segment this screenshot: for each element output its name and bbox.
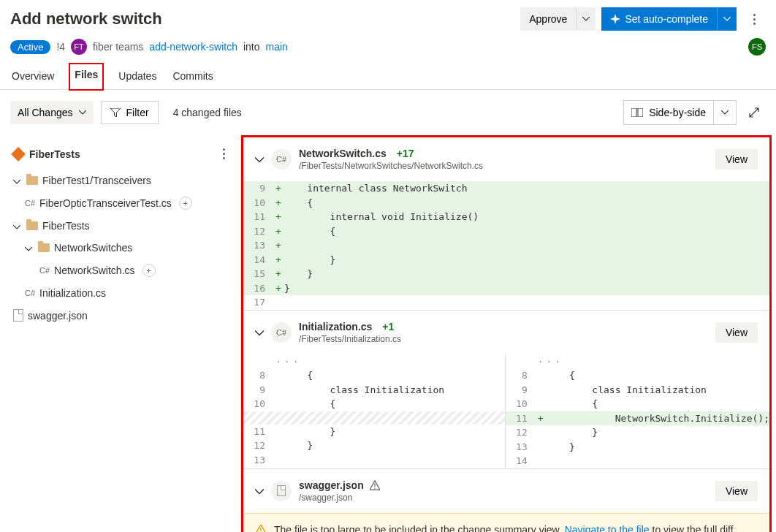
- chevron-down-icon: [723, 17, 731, 21]
- all-changes-dropdown[interactable]: All Changes: [10, 101, 94, 124]
- tree-folder-fibertests[interactable]: FiberTests: [10, 215, 238, 237]
- code-line: 11+ NetworkSwitch.Initialize();: [506, 411, 769, 426]
- fullscreen-button[interactable]: [742, 101, 766, 124]
- file-diff-block: C# NetworkSwitch.cs+17 /FiberTests/Netwo…: [243, 137, 769, 311]
- view-file-button[interactable]: View: [715, 322, 758, 343]
- code-line: 15+ }: [243, 267, 769, 281]
- project-name: FiberTests: [29, 148, 80, 160]
- source-branch-link[interactable]: add-network-switch: [149, 41, 237, 53]
- tab-overview[interactable]: Overview: [10, 63, 56, 89]
- code-line: 10 {: [506, 397, 769, 411]
- view-file-button[interactable]: View: [715, 481, 758, 501]
- collapse-file-toggle[interactable]: [255, 153, 264, 165]
- user-avatar[interactable]: FS: [748, 38, 766, 56]
- code-line: 12 }: [243, 438, 505, 453]
- folder-icon: [26, 221, 38, 230]
- code-line: 11+ internal void Initialize(): [243, 210, 769, 224]
- file-diff-block: swagger.json /swagger.json View The file…: [243, 469, 769, 533]
- auto-complete-button[interactable]: Set auto-complete: [601, 7, 718, 31]
- more-icon: [753, 14, 756, 25]
- code-line: 9+ internal class NetworkSwitch: [243, 181, 769, 196]
- view-mode-button[interactable]: Side-by-side: [624, 101, 713, 124]
- tab-commits[interactable]: Commits: [171, 63, 214, 89]
- navigate-to-file-link[interactable]: Navigate to the file: [565, 524, 650, 533]
- expand-icon: [748, 107, 760, 118]
- language-badge: C#: [271, 322, 292, 343]
- file-name[interactable]: Initialization.cs: [299, 321, 372, 332]
- code-line: 10+ {: [243, 196, 769, 210]
- chevron-down-icon: [582, 17, 590, 21]
- code-line: 8 {: [506, 368, 769, 383]
- collapse-file-toggle[interactable]: [255, 327, 264, 338]
- cs-file-icon: C#: [25, 199, 35, 208]
- collapsed-lines: ···: [506, 354, 769, 369]
- code-line: 17: [243, 295, 769, 310]
- approve-button[interactable]: Approve: [520, 7, 577, 31]
- file-path: /FiberTests/Initialization.cs: [299, 334, 708, 344]
- project-icon: [11, 147, 26, 162]
- approve-dropdown[interactable]: [577, 7, 596, 31]
- language-badge: C#: [271, 149, 292, 170]
- team-avatar: FT: [71, 39, 87, 55]
- tree-label: NetworkSwitch.cs: [54, 265, 134, 276]
- file-path: /swagger.json: [299, 493, 708, 503]
- code-line: 13: [243, 453, 505, 468]
- tree-folder-networkswitches[interactable]: NetworkSwitches: [10, 237, 238, 259]
- tab-updates[interactable]: Updates: [117, 63, 158, 89]
- code-line: 12+ {: [243, 224, 769, 239]
- tree-file-networkswitch[interactable]: C# NetworkSwitch.cs +: [10, 259, 238, 282]
- code-line: 13+: [243, 238, 769, 253]
- view-mode-label: Side-by-side: [649, 107, 706, 118]
- code-line: 12 }: [506, 425, 769, 440]
- file-name[interactable]: NetworkSwitch.cs: [299, 148, 387, 159]
- chevron-down-icon: [255, 330, 264, 336]
- code-line: 9 class Initialization: [243, 383, 505, 398]
- changed-files-count: 4 changed files: [173, 107, 242, 118]
- warning-text: The file is too large to be included in …: [274, 524, 562, 533]
- all-changes-label: All Changes: [18, 107, 73, 118]
- team-name: fiber teams: [93, 41, 143, 53]
- svg-rect-1: [638, 108, 643, 117]
- file-name[interactable]: swagger.json: [299, 479, 364, 491]
- tree-file-initialization[interactable]: C# Initialization.cs: [10, 282, 238, 304]
- tree-file-fot[interactable]: C# FiberOpticTransceiverTest.cs +: [10, 191, 238, 215]
- side-by-side-icon: [631, 108, 643, 117]
- code-line: 14+ }: [243, 253, 769, 267]
- chevron-down-icon: [255, 489, 264, 495]
- tree-label: FiberOpticTransceiverTest.cs: [39, 197, 172, 209]
- page-title: Add network switch: [10, 10, 162, 28]
- file-diff-block: C# Initialization.cs+1 /FiberTests/Initi…: [243, 311, 769, 469]
- target-branch-link[interactable]: main: [266, 41, 288, 53]
- added-badge-icon: +: [179, 197, 192, 210]
- folder-icon: [26, 176, 38, 185]
- into-text: into: [243, 41, 260, 53]
- chevron-down-icon: [13, 225, 20, 229]
- chevron-down-icon: [13, 180, 20, 184]
- code-line: 13 }: [506, 440, 769, 455]
- auto-complete-dropdown[interactable]: [718, 7, 737, 31]
- tab-files[interactable]: Files: [69, 63, 104, 91]
- chevron-down-icon: [255, 157, 264, 163]
- more-actions-button[interactable]: [742, 7, 766, 31]
- view-file-button[interactable]: View: [715, 149, 758, 170]
- view-mode-dropdown[interactable]: [713, 101, 736, 124]
- status-badge: Active: [10, 40, 50, 54]
- tree-folder-fibertest1[interactable]: FiberTest1/Transceivers: [10, 170, 238, 191]
- chevron-down-icon: [721, 110, 729, 115]
- warning-icon: [255, 525, 267, 533]
- code-line: 16+}: [243, 281, 769, 296]
- added-badge-icon: +: [142, 264, 156, 277]
- chevron-down-icon: [79, 110, 86, 115]
- code-line: 11 }: [243, 425, 505, 439]
- svg-rect-0: [631, 108, 636, 117]
- filter-icon: [110, 108, 121, 117]
- tree-file-swagger[interactable]: swagger.json: [10, 304, 238, 327]
- file-path: /FiberTests/NetworkSwitches/NetworkSwitc…: [299, 161, 708, 171]
- code-line: 10 {: [243, 397, 505, 411]
- sidebar-more-button[interactable]: [212, 147, 235, 161]
- diff-count: +1: [382, 321, 394, 332]
- collapse-file-toggle[interactable]: [255, 485, 264, 497]
- filter-button[interactable]: Filter: [101, 101, 159, 124]
- tree-label: FiberTests: [42, 220, 90, 232]
- warning-suffix: to view the full diff.: [653, 524, 737, 533]
